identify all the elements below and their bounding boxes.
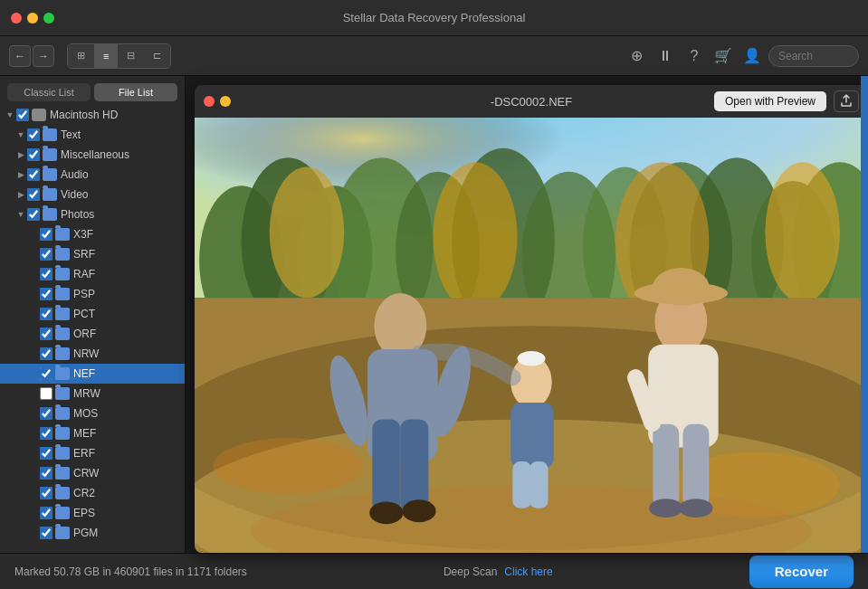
tree-item-photos[interactable]: Photos xyxy=(0,204,185,224)
checkbox-photos[interactable] xyxy=(27,208,40,221)
svg-point-33 xyxy=(518,351,546,366)
account-icon-button[interactable]: 👤 xyxy=(739,43,765,69)
svg-rect-35 xyxy=(512,461,531,508)
folder-icon-audio xyxy=(43,168,57,181)
toolbar-icons: ⊕ ⏸ ? 🛒 👤 xyxy=(624,43,859,69)
svg-point-39 xyxy=(653,268,709,305)
share-button[interactable] xyxy=(834,90,859,112)
checkbox-mos[interactable] xyxy=(40,407,52,420)
scan-icon: ⊕ xyxy=(631,47,643,64)
tree-item-text[interactable]: Text xyxy=(0,125,185,145)
tree-item-psp[interactable]: PSP xyxy=(0,284,185,304)
checkbox-erf[interactable] xyxy=(40,447,52,460)
checkbox-macintosh-hd[interactable] xyxy=(16,109,29,121)
label-crw: CRW xyxy=(73,467,99,480)
toolbar: ← → ⊞ ≡ ⊟ ⊏ ⊕ ⏸ ? 🛒 👤 xyxy=(0,36,868,76)
tree-item-crw[interactable]: CRW xyxy=(0,463,185,483)
preview-close-button[interactable] xyxy=(204,96,215,107)
svg-point-29 xyxy=(402,499,435,522)
tree-item-macintosh-hd[interactable]: Macintosh HD xyxy=(0,105,185,125)
tree-item-pgm[interactable]: PGM xyxy=(0,523,185,543)
back-button[interactable]: ← xyxy=(9,45,31,67)
label-psp: PSP xyxy=(73,288,95,300)
svg-rect-27 xyxy=(400,420,428,513)
tree-item-orf[interactable]: ORF xyxy=(0,324,185,344)
nav-buttons: ← → xyxy=(9,45,54,67)
checkbox-crw[interactable] xyxy=(40,467,52,480)
search-input[interactable] xyxy=(768,45,859,67)
checkbox-video[interactable] xyxy=(27,188,40,201)
svg-rect-26 xyxy=(372,420,400,513)
checkbox-x3f[interactable] xyxy=(40,228,52,241)
label-mos: MOS xyxy=(73,407,98,420)
checkbox-pct[interactable] xyxy=(40,308,52,320)
tree-item-video[interactable]: Video xyxy=(0,185,185,204)
checkbox-nrw[interactable] xyxy=(40,347,52,360)
checkbox-srf[interactable] xyxy=(40,248,52,261)
view-tab-detail[interactable]: ⊟ xyxy=(118,44,144,68)
label-photos: Photos xyxy=(61,208,94,221)
checkbox-orf[interactable] xyxy=(40,328,52,340)
back-icon: ← xyxy=(14,50,25,62)
tree-item-mef[interactable]: MEF xyxy=(0,423,185,443)
preview-minimize-button[interactable] xyxy=(220,96,231,107)
tree-item-eps[interactable]: EPS xyxy=(0,503,185,523)
label-srf: SRF xyxy=(73,248,95,261)
help-icon-button[interactable]: ? xyxy=(682,43,707,69)
share-icon xyxy=(841,94,852,109)
tree-item-nrw[interactable]: NRW xyxy=(0,344,185,364)
maximize-button[interactable] xyxy=(43,13,54,24)
tree-item-erf[interactable]: ERF xyxy=(0,443,185,463)
view-tab-list[interactable]: ≡ xyxy=(94,44,118,68)
folder-icon-nef xyxy=(55,367,70,380)
tree-item-x3f[interactable]: X3F xyxy=(0,224,185,244)
svg-point-21 xyxy=(214,438,363,494)
tree-item-cr2[interactable]: CR2 xyxy=(0,483,185,503)
scan-icon-button[interactable]: ⊕ xyxy=(624,43,649,69)
checkbox-eps[interactable] xyxy=(40,507,52,519)
svg-point-43 xyxy=(649,499,682,518)
checkbox-text[interactable] xyxy=(27,128,40,141)
forward-button[interactable]: → xyxy=(33,45,54,67)
checkbox-audio[interactable] xyxy=(27,168,40,181)
svg-point-44 xyxy=(679,499,712,518)
tree-item-mrw[interactable]: MRW xyxy=(0,384,185,404)
view-tab-column[interactable]: ⊏ xyxy=(144,44,170,68)
cart-icon-button[interactable]: 🛒 xyxy=(711,43,736,69)
checkbox-psp[interactable] xyxy=(40,288,52,300)
tree-item-raf[interactable]: RAF xyxy=(0,264,185,284)
label-eps: EPS xyxy=(73,507,95,519)
checkbox-mef[interactable] xyxy=(40,427,52,440)
svg-rect-42 xyxy=(682,424,709,508)
checkbox-cr2[interactable] xyxy=(40,487,52,499)
checkbox-nef[interactable] xyxy=(40,367,52,380)
recover-button[interactable]: Recover xyxy=(749,556,854,588)
tree-item-srf[interactable]: SRF xyxy=(0,244,185,264)
checkbox-raf[interactable] xyxy=(40,268,52,280)
close-button[interactable] xyxy=(11,13,22,24)
checkbox-mrw[interactable] xyxy=(40,387,52,400)
tree-item-mos[interactable]: MOS xyxy=(0,404,185,423)
tree-item-pct[interactable]: PCT xyxy=(0,304,185,324)
label-cr2: CR2 xyxy=(73,487,95,499)
pause-icon-button[interactable]: ⏸ xyxy=(653,43,678,69)
label-text: Text xyxy=(61,128,81,141)
tab-file-list[interactable]: File List xyxy=(94,83,177,101)
tree-item-miscellaneous[interactable]: Miscellaneous xyxy=(0,145,185,165)
checkbox-miscellaneous[interactable] xyxy=(27,148,40,161)
label-pgm: PGM xyxy=(73,527,98,539)
minimize-button[interactable] xyxy=(27,13,38,24)
folder-icon-cr2 xyxy=(55,487,70,499)
tree-item-nef[interactable]: NEF xyxy=(0,364,185,384)
checkbox-pgm[interactable] xyxy=(40,527,52,539)
view-tab-grid[interactable]: ⊞ xyxy=(68,44,94,68)
tab-classic-list[interactable]: Classic List xyxy=(7,83,91,101)
label-mrw: MRW xyxy=(73,387,100,400)
tree-arrow-text xyxy=(14,130,27,139)
tree-item-audio[interactable]: Audio xyxy=(0,165,185,185)
preview-window: -DSC0002.NEF Open with Preview xyxy=(195,85,868,553)
folder-icon-text xyxy=(43,128,57,141)
click-here-link[interactable]: Click here xyxy=(504,565,552,578)
open-with-preview-button[interactable]: Open with Preview xyxy=(714,91,826,111)
tree-arrow-macintosh-hd xyxy=(4,110,16,119)
